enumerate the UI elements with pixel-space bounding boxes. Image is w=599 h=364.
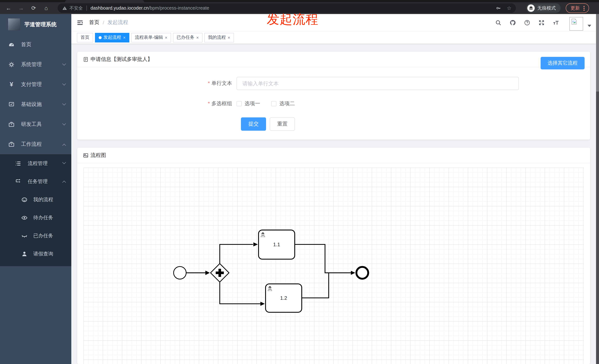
- tab-my-processes[interactable]: 我的流程: [204, 33, 234, 42]
- close-icon[interactable]: [196, 35, 199, 40]
- chevron-down-icon: [62, 82, 66, 85]
- person-icon: [21, 251, 28, 257]
- password-key-icon[interactable]: [496, 5, 502, 11]
- single-line-text-input[interactable]: [237, 77, 519, 90]
- process-form: *单行文本 *多选框组 选项一 选项二: [77, 67, 590, 140]
- bpmn-flow-gateway-task2[interactable]: [220, 282, 260, 304]
- sidebar-item-todo-tasks[interactable]: 待办任务: [0, 209, 71, 227]
- sidebar: 芋道管理系统 首页 系统管理 ¥ 支付管理 基础设施: [0, 14, 71, 364]
- avatar-caret-icon[interactable]: [588, 25, 591, 29]
- not-secure-label: 不安全: [70, 5, 83, 11]
- update-button[interactable]: 更新: [566, 3, 589, 13]
- bpmn-flow-task2-end[interactable]: [302, 272, 329, 298]
- choose-other-process-button[interactable]: 选择其它流程: [541, 57, 585, 69]
- browser-forward-icon[interactable]: →: [18, 5, 24, 11]
- sidebar-logo-row[interactable]: 芋道管理系统: [0, 14, 71, 35]
- eye-closed-icon: [21, 232, 28, 239]
- browser-back-icon[interactable]: ←: [5, 5, 12, 11]
- bpmn-user-task-2[interactable]: 1.2: [265, 284, 302, 312]
- breadcrumb-current: 发起流程: [107, 19, 128, 26]
- bpmn-canvas[interactable]: 1.1: [84, 168, 584, 364]
- close-icon[interactable]: [228, 35, 230, 40]
- tab-label: 首页: [80, 34, 89, 41]
- font-size-icon[interactable]: [553, 19, 559, 26]
- image-icon: [83, 152, 89, 158]
- sidebar-item-dev-tools[interactable]: 研发工具: [0, 114, 71, 134]
- checkbox-option-2[interactable]: 选项二: [271, 101, 295, 107]
- sidebar-item-label: 我的流程: [33, 196, 65, 203]
- bpmn-user-task-1[interactable]: 1.1: [258, 230, 295, 259]
- sidebar-item-system-management[interactable]: 系统管理: [0, 55, 71, 75]
- update-label: 更新: [571, 5, 580, 11]
- sidebar-item-my-processes[interactable]: 我的流程: [0, 190, 71, 209]
- checkbox-label: 选项一: [245, 101, 260, 107]
- sidebar-item-home[interactable]: 首页: [0, 35, 71, 55]
- task-nodes-icon: [15, 178, 21, 185]
- url-text: dashboard.yudao.iocoder.cn/bpm/process-i…: [90, 6, 209, 11]
- sidebar-item-done-tasks[interactable]: 已办任务: [0, 227, 71, 245]
- sidebar-item-label: 支付管理: [21, 81, 57, 88]
- sidebar-item-label: 任务管理: [28, 178, 57, 185]
- incognito-icon: [527, 4, 535, 12]
- sidebar-item-leave-query[interactable]: 请假查询: [0, 245, 71, 263]
- submit-button[interactable]: 提交: [241, 117, 266, 131]
- annotation-overlay-text: 发起流程: [267, 11, 318, 28]
- sidebar-item-process-management[interactable]: 流程管理: [0, 154, 71, 172]
- bpmn-parallel-gateway[interactable]: [211, 263, 229, 282]
- sidebar-item-label: 系统管理: [21, 61, 57, 68]
- browser-reload-icon[interactable]: ⟳: [30, 5, 37, 11]
- checkbox-icon[interactable]: [237, 101, 242, 106]
- bookmark-star-icon[interactable]: ☆: [507, 5, 511, 11]
- checkbox-icon[interactable]: [271, 101, 276, 106]
- tab-done-tasks[interactable]: 已办任务: [173, 33, 203, 42]
- bpmn-flow-gateway-task1[interactable]: [220, 244, 253, 263]
- sidebar-item-infrastructure[interactable]: 基础设施: [0, 94, 71, 114]
- sidebar-item-workflow[interactable]: 工作流程: [0, 134, 71, 154]
- checkbox-label: 选项二: [279, 101, 295, 107]
- hamburger-icon[interactable]: [77, 19, 84, 26]
- avatar[interactable]: [569, 17, 583, 31]
- chevron-down-icon: [62, 62, 66, 65]
- chevron-down-icon: [62, 161, 66, 164]
- scrollbar-thumb[interactable]: [596, 14, 599, 92]
- chevron-up-icon: [62, 181, 66, 184]
- help-question-icon[interactable]: [524, 19, 530, 26]
- chevron-down-icon: [62, 102, 66, 105]
- bpmn-end-event[interactable]: [356, 267, 368, 279]
- github-icon[interactable]: [510, 19, 516, 26]
- dashboard-icon: [8, 41, 15, 48]
- sidebar-item-task-management[interactable]: 任务管理: [0, 172, 71, 190]
- browser-active-tab[interactable]: [65, 0, 144, 2]
- close-icon[interactable]: [123, 35, 126, 40]
- tab-start-process[interactable]: 发起流程: [95, 33, 129, 42]
- bpmn-start-event[interactable]: [174, 267, 186, 279]
- logo-image: [8, 18, 20, 30]
- form-buttons-row: 提交 重置: [241, 117, 590, 131]
- text-field-label: *单行文本: [77, 80, 237, 87]
- page-scrollbar[interactable]: [596, 14, 599, 364]
- face-icon: [21, 196, 28, 203]
- incognito-label: 无痕模式: [537, 5, 556, 11]
- fullscreen-icon[interactable]: [538, 19, 545, 26]
- arrowhead-icon: [253, 242, 258, 246]
- reset-button[interactable]: 重置: [270, 117, 295, 131]
- sidebar-item-payment-management[interactable]: ¥ 支付管理: [0, 75, 71, 94]
- form-row-checkbox: *多选框组 选项一 选项二: [77, 101, 590, 107]
- toolbox-icon: [8, 121, 15, 128]
- breadcrumb-home[interactable]: 首页: [89, 19, 99, 26]
- sidebar-item-label: 请假查询: [33, 251, 65, 257]
- close-icon[interactable]: [165, 35, 167, 40]
- search-icon[interactable]: [495, 19, 502, 26]
- sidebar-item-label: 基础设施: [21, 101, 57, 108]
- tab-form-edit[interactable]: 流程表单-编辑: [131, 33, 171, 42]
- url-path: /bpm/process-instance/create: [149, 6, 209, 11]
- browser-menu-icon[interactable]: [583, 8, 585, 9]
- card-title: 申请信息【测试多审批人】: [90, 56, 153, 63]
- process-diagram-card: 流程图: [77, 148, 590, 364]
- checkbox-option-1[interactable]: 选项一: [237, 101, 260, 107]
- browser-home-icon[interactable]: ⌂: [43, 5, 50, 11]
- bpmn-diagram: 1.1: [84, 168, 584, 364]
- workflow-icon: [8, 141, 15, 148]
- bpmn-flow-task1-end[interactable]: [295, 244, 351, 273]
- tab-home[interactable]: 首页: [77, 33, 93, 42]
